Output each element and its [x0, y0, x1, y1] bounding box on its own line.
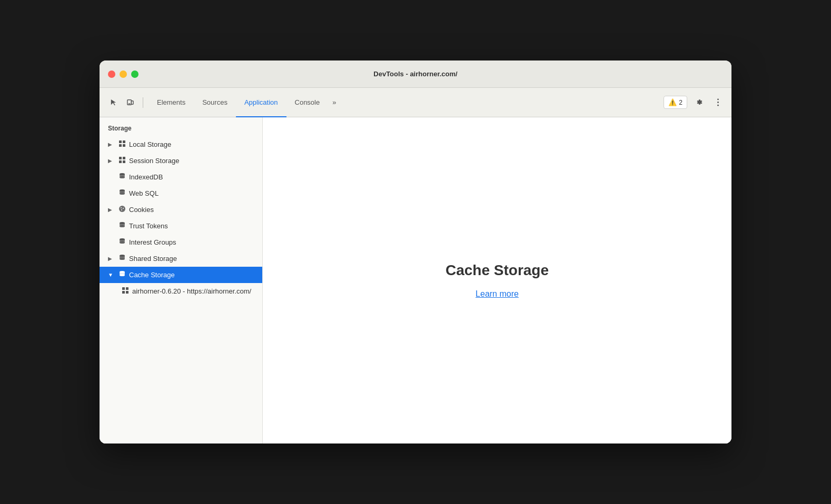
svg-point-20: [123, 208, 124, 209]
svg-rect-31: [126, 287, 128, 290]
session-storage-label: Session Storage: [129, 157, 254, 165]
sidebar: Storage ▶ Local Storage ▶: [100, 117, 263, 443]
sidebar-item-local-storage[interactable]: ▶ Local Storage: [100, 136, 262, 153]
sidebar-item-cache-entry[interactable]: airhorner-0.6.20 - https://airhorner.com…: [100, 283, 262, 299]
svg-point-21: [121, 209, 122, 210]
select-element-button[interactable]: [106, 95, 121, 110]
window-controls: [108, 70, 138, 78]
tab-elements[interactable]: Elements: [149, 88, 194, 117]
indexed-db-label: IndexedDB: [129, 173, 254, 181]
right-panel: Cache Storage Learn more: [263, 117, 731, 443]
tab-application[interactable]: Application: [236, 88, 286, 117]
title-bar: DevTools - airhorner.com/: [100, 61, 731, 88]
svg-point-23: [120, 225, 125, 227]
device-toggle-button[interactable]: [123, 95, 137, 110]
main-content: Storage ▶ Local Storage ▶: [100, 117, 731, 443]
db-icon: [118, 221, 126, 230]
svg-rect-7: [123, 140, 125, 143]
svg-rect-10: [119, 157, 122, 159]
tab-sources[interactable]: Sources: [194, 88, 236, 117]
warning-icon: ⚠️: [668, 98, 677, 106]
svg-point-5: [717, 105, 719, 106]
close-button[interactable]: [108, 70, 115, 78]
svg-point-27: [120, 258, 125, 260]
svg-rect-8: [119, 144, 122, 147]
grid-icon: [118, 156, 126, 165]
svg-point-15: [120, 176, 125, 178]
sidebar-item-indexed-db[interactable]: ▶ IndexedDB: [100, 169, 262, 185]
toolbar-right: ⚠️ 2: [664, 95, 725, 110]
warning-badge[interactable]: ⚠️ 2: [664, 96, 687, 109]
svg-rect-11: [123, 157, 125, 159]
tab-console[interactable]: Console: [286, 88, 329, 117]
chevron-right-icon: ▶: [108, 256, 115, 261]
toolbar: Elements Sources Application Console » ⚠…: [100, 88, 731, 117]
learn-more-link[interactable]: Learn more: [476, 289, 519, 299]
chevron-right-icon: ▶: [108, 142, 115, 147]
storage-section-header: Storage: [100, 117, 262, 136]
svg-rect-13: [123, 160, 125, 163]
svg-point-29: [120, 274, 125, 276]
svg-rect-1: [131, 101, 133, 105]
db-icon: [118, 173, 126, 182]
warning-count: 2: [679, 99, 682, 106]
shared-storage-label: Shared Storage: [129, 255, 254, 263]
sidebar-item-trust-tokens[interactable]: ▶ Trust Tokens: [100, 218, 262, 234]
grid-icon: [118, 140, 126, 149]
cookie-icon: [118, 205, 126, 214]
db-icon: [118, 270, 126, 279]
cache-storage-label: Cache Storage: [129, 271, 254, 279]
web-sql-label: Web SQL: [129, 189, 254, 197]
settings-button[interactable]: [691, 95, 706, 110]
sidebar-item-session-storage[interactable]: ▶ Session Storage: [100, 153, 262, 169]
trust-tokens-label: Trust Tokens: [129, 222, 254, 230]
sidebar-item-cookies[interactable]: ▶ Cookies: [100, 201, 262, 218]
svg-point-19: [121, 207, 122, 208]
svg-point-17: [120, 193, 125, 195]
interest-groups-label: Interest Groups: [129, 238, 254, 246]
toolbar-divider: [143, 97, 143, 108]
chevron-right-icon: ▶: [108, 158, 115, 164]
panel-title: Cache Storage: [446, 262, 549, 279]
db-icon: [118, 189, 126, 198]
devtools-window: DevTools - airhorner.com/ Elements Sourc…: [100, 61, 731, 443]
svg-rect-9: [123, 144, 125, 147]
maximize-button[interactable]: [131, 70, 138, 78]
chevron-right-icon: ▶: [108, 207, 115, 213]
sidebar-item-web-sql[interactable]: ▶ Web SQL: [100, 185, 262, 201]
cookies-label: Cookies: [129, 206, 254, 214]
minimize-button[interactable]: [120, 70, 127, 78]
db-icon: [118, 238, 126, 247]
svg-rect-33: [126, 291, 128, 294]
window-title: DevTools - airhorner.com/: [373, 70, 457, 78]
grid-icon: [122, 287, 129, 296]
svg-point-18: [119, 206, 125, 212]
svg-point-3: [717, 98, 719, 100]
sidebar-item-shared-storage[interactable]: ▶ Shared Storage: [100, 250, 262, 267]
sidebar-item-interest-groups[interactable]: ▶ Interest Groups: [100, 234, 262, 250]
cache-entry-label: airhorner-0.6.20 - https://airhorner.com…: [132, 287, 254, 295]
local-storage-label: Local Storage: [129, 140, 254, 148]
svg-point-25: [120, 241, 125, 244]
sidebar-item-cache-storage[interactable]: ▼ Cache Storage: [100, 267, 262, 283]
svg-rect-12: [119, 160, 122, 163]
svg-rect-32: [122, 291, 125, 294]
more-tabs-button[interactable]: »: [328, 88, 340, 117]
chevron-down-icon: ▼: [108, 272, 115, 278]
db-icon: [118, 254, 126, 263]
svg-rect-6: [119, 140, 122, 143]
svg-rect-30: [122, 287, 125, 290]
svg-point-4: [717, 102, 719, 103]
toolbar-tabs: Elements Sources Application Console »: [149, 88, 661, 117]
more-options-button[interactable]: [710, 95, 725, 110]
